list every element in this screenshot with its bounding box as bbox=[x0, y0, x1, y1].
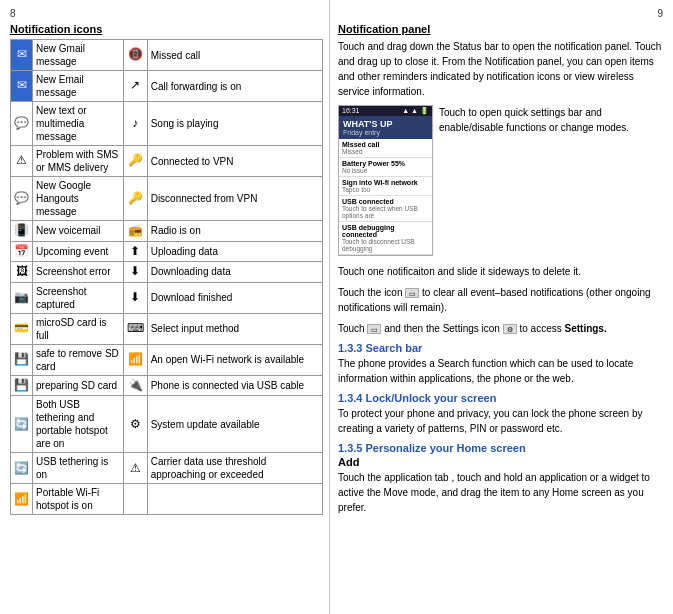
icon-cell-left-9: 💳 bbox=[11, 313, 33, 344]
phone-notif-5: USB debugging connected Touch to disconn… bbox=[339, 222, 432, 255]
label-cell-left-13: USB tethering is on bbox=[33, 453, 124, 484]
label-cell-left-1: New Email message bbox=[33, 71, 124, 102]
label-cell-left-7: Screenshot error bbox=[33, 262, 124, 283]
label-cell-left-9: microSD card is full bbox=[33, 313, 124, 344]
settings-touch-icon: ▭ bbox=[367, 324, 381, 334]
label-cell-right-9: Select input method bbox=[147, 313, 322, 344]
subsection-1: 1.3.4 Lock/Unlock your screenTo protect … bbox=[338, 392, 663, 436]
icon-cell-right-1: ↗ bbox=[123, 71, 147, 102]
label-cell-left-6: Upcoming event bbox=[33, 241, 124, 262]
label-cell-right-6: Uploading data bbox=[147, 241, 322, 262]
panel-container: 16:31 ▲ ▲ 🔋 WHAT'S UP Friday entry Misse… bbox=[338, 105, 663, 256]
label-cell-right-14 bbox=[147, 484, 322, 515]
icon-cell-right-2: ♪ bbox=[123, 102, 147, 146]
label-cell-left-10: safe to remove SD card bbox=[33, 344, 124, 375]
icon-cell-left-8: 📷 bbox=[11, 282, 33, 313]
subsection-heading-1: 1.3.4 Lock/Unlock your screen bbox=[338, 392, 663, 404]
right-section-title: Notification panel bbox=[338, 23, 663, 35]
touch-settings-text: Touch ▭ and then the Settings icon ⚙ to … bbox=[338, 321, 663, 336]
phone-notif-3: Sign into Wi-fi network Tapco too bbox=[339, 177, 432, 196]
label-cell-right-4: Disconnected from VPN bbox=[147, 177, 322, 221]
subsection-bold-sub-2: Add bbox=[338, 456, 663, 468]
icon-cell-right-5: 📻 bbox=[123, 221, 147, 242]
icon-cell-left-4: 💬 bbox=[11, 177, 33, 221]
label-cell-left-12: Both USB tethering and portable hotspot … bbox=[33, 396, 124, 453]
label-cell-right-8: Download finished bbox=[147, 282, 322, 313]
phone-panel: 16:31 ▲ ▲ 🔋 WHAT'S UP Friday entry Misse… bbox=[338, 105, 433, 256]
page-number-right: 9 bbox=[338, 8, 663, 19]
icon-cell-right-7: ⬇ bbox=[123, 262, 147, 283]
phone-time: 16:31 bbox=[342, 107, 360, 115]
left-page: 8 Notification icons ✉New Gmail message📵… bbox=[0, 0, 330, 614]
label-cell-left-2: New text or multimedia message bbox=[33, 102, 124, 146]
icon-cell-right-6: ⬆ bbox=[123, 241, 147, 262]
phone-header-sub: Friday entry bbox=[343, 129, 428, 136]
label-cell-left-14: Portable Wi-Fi hotspot is on bbox=[33, 484, 124, 515]
intro-text: Touch and drag down the Status bar to op… bbox=[338, 39, 663, 99]
label-cell-right-0: Missed call bbox=[147, 40, 322, 71]
subsection-body-0: The phone provides a Search function whi… bbox=[338, 356, 663, 386]
icon-cell-left-6: 📅 bbox=[11, 241, 33, 262]
label-cell-right-2: Song is playing bbox=[147, 102, 322, 146]
settings-icon: ⚙ bbox=[503, 324, 517, 334]
icon-cell-right-12: ⚙ bbox=[123, 396, 147, 453]
icon-cell-right-11: 🔌 bbox=[123, 375, 147, 396]
subsection-body-2: Touch the application tab , touch and ho… bbox=[338, 470, 663, 515]
phone-notif-1: Missed call Missed bbox=[339, 139, 432, 158]
label-cell-left-3: Problem with SMS or MMS delivery bbox=[33, 146, 124, 177]
phone-notif-2: Battery Power 55% No issue bbox=[339, 158, 432, 177]
label-cell-left-4: New Google Hangouts message bbox=[33, 177, 124, 221]
phone-status-bar: 16:31 ▲ ▲ 🔋 bbox=[339, 106, 432, 116]
icon-cell-right-4: 🔑 bbox=[123, 177, 147, 221]
label-cell-left-8: Screenshot captured bbox=[33, 282, 124, 313]
label-cell-left-11: preparing SD card bbox=[33, 375, 124, 396]
phone-icons: ▲ ▲ 🔋 bbox=[402, 107, 429, 115]
clear-icon: ▭ bbox=[405, 288, 419, 298]
label-cell-right-5: Radio is on bbox=[147, 221, 322, 242]
left-section-title: Notification icons bbox=[10, 23, 323, 35]
phone-header: WHAT'S UP Friday entry bbox=[339, 116, 432, 139]
label-cell-right-10: An open Wi-Fi network is available bbox=[147, 344, 322, 375]
icon-cell-left-3: ⚠ bbox=[11, 146, 33, 177]
icon-cell-right-14 bbox=[123, 484, 147, 515]
label-cell-left-0: New Gmail message bbox=[33, 40, 124, 71]
icon-cell-right-9: ⌨ bbox=[123, 313, 147, 344]
touch-icon-text: Touch the icon ▭ to clear all event–base… bbox=[338, 285, 663, 315]
icon-cell-right-10: 📶 bbox=[123, 344, 147, 375]
touch-notif-text: Touch one notificaiton and slide it side… bbox=[338, 264, 663, 279]
label-cell-right-12: System update available bbox=[147, 396, 322, 453]
icon-cell-left-2: 💬 bbox=[11, 102, 33, 146]
subsection-heading-0: 1.3.3 Search bar bbox=[338, 342, 663, 354]
subsection-heading-2: 1.3.5 Personalize your Home screen bbox=[338, 442, 663, 454]
label-cell-right-11: Phone is connected via USB cable bbox=[147, 375, 322, 396]
icon-cell-right-8: ⬇ bbox=[123, 282, 147, 313]
icon-cell-right-3: 🔑 bbox=[123, 146, 147, 177]
icon-cell-left-0: ✉ bbox=[11, 40, 33, 71]
phone-notif-4: USB connected Touch to select when USB o… bbox=[339, 196, 432, 222]
label-cell-right-1: Call forwarding is on bbox=[147, 71, 322, 102]
icon-cell-left-11: 💾 bbox=[11, 375, 33, 396]
icon-cell-left-12: 🔄 bbox=[11, 396, 33, 453]
notification-icons-table: ✉New Gmail message📵Missed call✉New Email… bbox=[10, 39, 323, 515]
label-cell-left-5: New voicemail bbox=[33, 221, 124, 242]
label-cell-right-7: Downloading data bbox=[147, 262, 322, 283]
right-page: 9 Notification panel Touch and drag down… bbox=[330, 0, 673, 614]
panel-caption: Touch to open quick settings bar and ena… bbox=[439, 105, 663, 256]
subsection-2: 1.3.5 Personalize your Home screenAddTou… bbox=[338, 442, 663, 515]
icon-cell-left-5: 📳 bbox=[11, 221, 33, 242]
icon-cell-right-13: ⚠ bbox=[123, 453, 147, 484]
subsection-body-1: To protect your phone and privacy, you c… bbox=[338, 406, 663, 436]
icon-cell-left-1: ✉ bbox=[11, 71, 33, 102]
phone-header-title: WHAT'S UP bbox=[343, 119, 428, 129]
icon-cell-left-13: 🔄 bbox=[11, 453, 33, 484]
icon-cell-left-10: 💾 bbox=[11, 344, 33, 375]
page-number-left: 8 bbox=[10, 8, 323, 19]
label-cell-right-13: Carrier data use threshold approaching o… bbox=[147, 453, 322, 484]
subsection-0: 1.3.3 Search barThe phone provides a Sea… bbox=[338, 342, 663, 386]
icon-cell-left-14: 📶 bbox=[11, 484, 33, 515]
label-cell-right-3: Connected to VPN bbox=[147, 146, 322, 177]
icon-cell-left-7: 🖼 bbox=[11, 262, 33, 283]
icon-cell-right-0: 📵 bbox=[123, 40, 147, 71]
